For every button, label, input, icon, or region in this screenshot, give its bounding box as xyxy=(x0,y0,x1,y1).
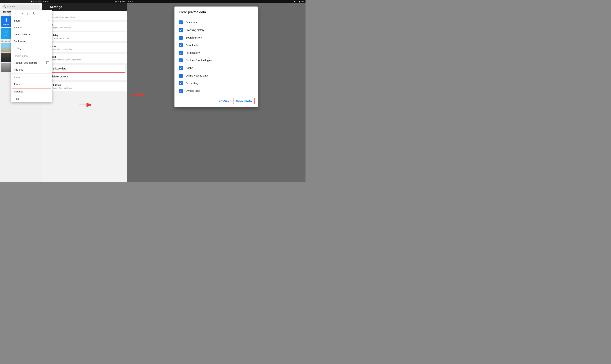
settings-advanced[interactable]: Advanced Restore tabs, data saver, devel… xyxy=(42,53,127,63)
checkbox-site-settings[interactable] xyxy=(179,81,183,85)
twitter-site[interactable]: 🐦 twitter xyxy=(1,28,12,39)
option-open-tabs[interactable]: Open tabs xyxy=(174,19,258,26)
settings-clear-private[interactable]: Clear private data xyxy=(43,65,125,73)
dialog-time: 6:35 PM xyxy=(128,1,134,2)
battery-icon: 🔋 xyxy=(35,1,37,2)
option-open-tabs-label: Open tabs xyxy=(186,21,198,24)
search-icon: 🔍 xyxy=(3,5,6,8)
cancel-button[interactable]: CANCEL xyxy=(216,98,232,104)
menu-new-private-tab[interactable]: New private tab xyxy=(11,31,52,38)
menu-new-tab[interactable]: New tab xyxy=(11,24,52,31)
settings-wifi-icon: ▲ xyxy=(118,1,119,2)
section-gap-4 xyxy=(42,52,127,53)
option-search-history-label: Search history xyxy=(186,36,202,39)
settings-mozilla-sub: About Firefox, FAQs, feedback xyxy=(44,87,124,89)
dropdown-toolbar: ← → ☆ ↻ xyxy=(11,10,52,17)
settings-default-browser[interactable]: Make default browser xyxy=(42,73,127,80)
settings-time: 6:35 PM xyxy=(43,1,49,2)
facebook-label: facebook xyxy=(3,24,9,25)
settings-notifications-sub: New features, website updates xyxy=(44,48,124,50)
settings-privacy[interactable]: Privacy Tracking, logins, data choices xyxy=(42,22,127,31)
option-synced-tabs[interactable]: Synced tabs xyxy=(174,87,258,95)
settings-mozilla[interactable]: Mozilla Firefox About Firefox, FAQs, fee… xyxy=(42,82,127,91)
arrow-to-dialog xyxy=(130,91,146,98)
option-synced-tabs-label: Synced tabs xyxy=(186,89,200,92)
desktop-checkbox[interactable] xyxy=(46,61,49,64)
back-icon[interactable]: ← xyxy=(14,12,17,15)
twitter-label: twitter xyxy=(4,35,9,37)
arrow-to-clear xyxy=(78,101,96,109)
option-cache[interactable]: Cache xyxy=(174,64,258,72)
menu-find-in-page[interactable]: Find in page xyxy=(11,52,52,59)
search-bar[interactable]: 🔍 Search xyxy=(1,4,40,9)
option-site-settings-label: Site settings xyxy=(186,82,199,85)
settings-header: ← Settings xyxy=(42,3,127,11)
rec-thumb-3[interactable] xyxy=(1,63,12,72)
menu-help[interactable]: Help xyxy=(11,95,52,102)
settings-accessibility[interactable]: Accessibility Text size, zoom, voice inp… xyxy=(42,32,127,41)
checkbox-search-history[interactable] xyxy=(179,36,183,40)
settings-search[interactable]: Search Add, set default, show suggestion… xyxy=(42,11,127,20)
option-search-history[interactable]: Search history xyxy=(174,34,258,41)
option-browsing-history-label: Browsing history xyxy=(186,29,204,31)
wifi-icon: ▲ xyxy=(33,1,34,2)
settings-default-title: Make default browser xyxy=(44,75,124,78)
dropdown-menu: ← → ☆ ↻ Share › New tab New private tab … xyxy=(11,10,52,102)
checkbox-synced-tabs[interactable] xyxy=(179,89,183,93)
browser-statusbar: ⏰ ▲ 🔋 95% xyxy=(0,0,42,3)
menu-bookmarks[interactable]: Bookmarks xyxy=(11,38,52,45)
menu-history[interactable]: History xyxy=(11,45,52,52)
dialog-options: Open tabs Browsing history Search histor… xyxy=(174,17,258,96)
rec-thumb-1[interactable] xyxy=(1,43,12,52)
option-cache-label: Cache xyxy=(186,66,193,69)
dialog-wifi-icon: ▲ xyxy=(296,1,298,2)
option-form-history[interactable]: Form history xyxy=(174,49,258,57)
option-site-settings[interactable]: Site settings xyxy=(174,79,258,87)
settings-status-icons: ⏰ ▲ 🔋 95% xyxy=(115,1,125,2)
settings-notifications[interactable]: Notifications New features, website upda… xyxy=(42,43,127,52)
checkbox-open-tabs[interactable] xyxy=(179,20,183,25)
menu-request-desktop[interactable]: Request desktop site xyxy=(11,59,52,66)
checkbox-cache[interactable] xyxy=(179,66,183,70)
menu-addons[interactable]: Add-ons xyxy=(11,66,52,73)
settings-privacy-title: Privacy xyxy=(44,23,124,26)
dialog-status-icons: ⏰ ▲ 🔋 95% xyxy=(294,1,304,2)
dialog-actions: CANCEL CLEAR DATA xyxy=(174,96,258,107)
rec-thumb-2[interactable] xyxy=(1,53,12,62)
menu-tools[interactable]: Tools › xyxy=(11,81,52,88)
forward-icon[interactable]: → xyxy=(20,12,24,15)
checkbox-cookies[interactable] xyxy=(179,58,183,62)
section-gap-6 xyxy=(42,80,127,82)
checkbox-offline-data[interactable] xyxy=(179,74,183,78)
settings-accessibility-sub: Text size, zoom, voice input xyxy=(44,37,124,39)
clear-data-button[interactable]: CLEAR DATA xyxy=(233,98,255,104)
settings-back-button[interactable]: ← xyxy=(44,5,47,9)
settings-search-title: Search xyxy=(44,13,124,15)
settings-battery-icon: 🔋 xyxy=(120,1,122,2)
search-label: Search xyxy=(7,5,15,8)
settings-advanced-title: Advanced xyxy=(44,55,124,58)
checkbox-downloads[interactable] xyxy=(179,43,183,47)
checkbox-form-history[interactable] xyxy=(179,51,183,55)
section-gap-1 xyxy=(42,20,127,22)
option-downloads[interactable]: Downloads xyxy=(174,41,258,49)
bookmark-icon[interactable]: ☆ xyxy=(27,12,30,15)
settings-list: Search Add, set default, show suggestion… xyxy=(42,11,127,182)
facebook-site[interactable]: f facebook xyxy=(1,16,12,27)
settings-notifications-title: Notifications xyxy=(44,45,124,48)
section-gap-3 xyxy=(42,41,127,43)
option-browsing-history[interactable]: Browsing history xyxy=(174,26,258,34)
menu-share[interactable]: Share › xyxy=(11,17,52,24)
menu-settings[interactable]: Settings xyxy=(12,88,51,95)
menu-page[interactable]: Page › xyxy=(11,74,52,81)
settings-clock-icon: ⏰ xyxy=(115,1,117,2)
settings-privacy-sub: Tracking, logins, data choices xyxy=(44,26,124,29)
option-cookies-label: Cookies & active logins xyxy=(186,59,212,62)
dialog-title: Clear private data xyxy=(174,7,258,17)
settings-panel: 6:35 PM ⏰ ▲ 🔋 95% ← Settings Search Add,… xyxy=(42,0,127,182)
refresh-icon[interactable]: ↻ xyxy=(33,12,36,15)
checkbox-browsing-history[interactable] xyxy=(179,28,183,32)
option-offline-data[interactable]: Offline website data xyxy=(174,72,258,79)
clock-icon: ⏰ xyxy=(30,1,32,2)
option-cookies[interactable]: Cookies & active logins xyxy=(174,57,258,64)
